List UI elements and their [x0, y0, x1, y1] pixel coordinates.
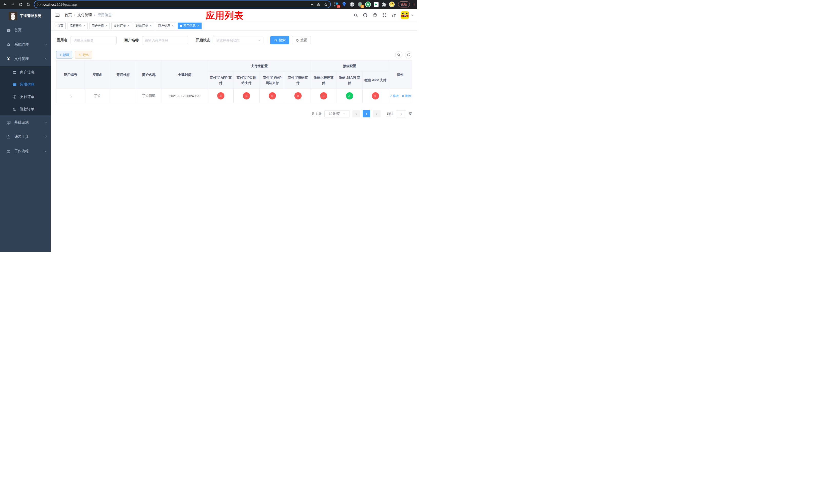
col-merchant: 商户名称 — [136, 61, 162, 89]
close-icon[interactable]: ✕ — [83, 24, 85, 27]
search-icon — [274, 39, 278, 42]
sidebar-collapse-icon[interactable] — [55, 12, 61, 18]
tab-payment-orders[interactable]: 支付订单✕ — [111, 23, 132, 29]
sidebar-item-merchant-info[interactable]: 商户信息 — [0, 66, 51, 78]
app-name-label: 应用名 — [56, 38, 68, 43]
breadcrumb-payment[interactable]: 支付管理 — [78, 13, 92, 18]
sidebar-item-payment-orders[interactable]: 支付订单 — [0, 91, 51, 103]
extensions-puzzle-icon[interactable] — [381, 2, 387, 7]
col-wx-jsapi: 微信 JSAPI 支付 — [336, 71, 363, 89]
col-alipay-app: 支付宝 APP 支付 — [208, 71, 234, 89]
bookmark-star-icon[interactable] — [324, 3, 328, 6]
dashboard-icon — [6, 28, 11, 32]
app-name-input[interactable] — [70, 36, 117, 44]
github-icon[interactable] — [363, 13, 368, 18]
tab-home[interactable]: 首页 — [55, 23, 66, 29]
browser-back-button[interactable] — [2, 1, 8, 7]
password-key-icon[interactable] — [309, 3, 313, 6]
close-icon[interactable]: ✕ — [105, 24, 107, 27]
sidebar-item-dev-tools[interactable]: 研发工具 — [0, 130, 51, 144]
active-dot — [180, 25, 182, 27]
edit-icon — [389, 95, 392, 97]
sidebar-item-system[interactable]: 系统管理 — [0, 38, 51, 52]
browser-update-button[interactable]: 更新 — [398, 1, 410, 7]
reset-button[interactable]: 重置 — [292, 36, 311, 44]
sidebar-item-workflow[interactable]: 工作流程 — [0, 144, 51, 158]
sidebar-item-refund-orders[interactable]: 退款订单 — [0, 103, 51, 115]
trash-icon — [402, 95, 404, 97]
browser-home-button[interactable] — [25, 1, 31, 7]
close-icon[interactable]: ✕ — [172, 24, 174, 27]
col-app-name: 应用名 — [85, 61, 110, 89]
url-text[interactable]: localhost:1024/pay/app — [43, 3, 307, 6]
prev-page-button[interactable] — [352, 110, 360, 117]
sidebar-item-label: 基础设施 — [14, 120, 41, 125]
merchant-name-input[interactable] — [142, 36, 188, 44]
sidebar-item-payment[interactable]: ¥ 支付管理 — [0, 52, 51, 66]
tab-merchant-info[interactable]: 商户信息✕ — [156, 23, 176, 29]
export-button[interactable]: 导出 — [75, 51, 92, 59]
refresh-table-button[interactable] — [405, 51, 412, 59]
page-size-select[interactable]: 10条/页 — [324, 110, 350, 117]
recorder-badge: 1 — [360, 5, 364, 8]
browser-menu-icon[interactable] — [414, 3, 414, 6]
cell-app-name: 芋道 — [85, 89, 110, 103]
app-title: 芋道管理系统 — [20, 14, 41, 18]
merchant-name-label: 商户名称 — [124, 38, 139, 43]
status-select-input[interactable] — [213, 36, 263, 44]
cell-created: 2021-10-23 08:49:25 — [162, 89, 208, 103]
next-page-button[interactable] — [373, 110, 380, 117]
close-icon[interactable]: ✕ — [197, 24, 199, 27]
fullscreen-icon[interactable] — [382, 13, 387, 18]
status-select[interactable] — [213, 36, 263, 44]
alipay-pc-status-icon: × — [243, 92, 250, 99]
close-icon[interactable]: ✕ — [150, 24, 152, 27]
font-size-icon[interactable]: ᴛT — [392, 13, 396, 17]
command-extension-icon[interactable] — [349, 2, 355, 7]
alipay-qr-status-icon: × — [294, 92, 302, 99]
browser-reload-button[interactable] — [18, 1, 24, 7]
user-avatar-menu[interactable] — [401, 11, 413, 19]
share-icon[interactable] — [317, 3, 320, 6]
tab-user-group[interactable]: 用户分组✕ — [89, 23, 110, 29]
sidebar-menu: 首页 系统管理 ¥ 支付管理 — [0, 23, 51, 252]
search-button[interactable]: 搜索 — [270, 36, 289, 44]
refresh-icon — [296, 39, 299, 42]
tab-process-form[interactable]: 流程表单✕ — [67, 23, 88, 29]
tab-refund-orders[interactable]: 退款订单✕ — [134, 23, 154, 29]
sidebar-item-label: 支付管理 — [14, 56, 41, 61]
devtools-extension-icon[interactable]: 10 — [333, 2, 339, 7]
page-unit-label: 页 — [409, 112, 412, 116]
sidebar-item-home[interactable]: 首页 — [0, 23, 51, 38]
profile-avatar-icon[interactable] — [389, 2, 395, 7]
edit-button[interactable]: 修改 — [389, 94, 399, 98]
col-actions: 操作 — [388, 61, 412, 89]
recorder-extension-icon[interactable]: 1 — [357, 2, 363, 7]
close-icon[interactable]: ✕ — [127, 24, 130, 27]
breadcrumb-home[interactable]: 首页 — [65, 13, 72, 18]
browser-forward-button[interactable] — [10, 1, 16, 7]
sidebar-item-label: 支付订单 — [20, 95, 35, 99]
url-bar[interactable]: i localhost:1024/pay/app — [35, 1, 330, 8]
chevron-down-icon — [44, 150, 47, 153]
briefcase-icon — [6, 135, 11, 139]
help-icon[interactable] — [373, 13, 377, 18]
tab-app-info[interactable]: 应用信息✕ — [178, 23, 202, 29]
sidebar-item-app-info[interactable]: 应用信息 — [0, 78, 51, 91]
search-icon[interactable] — [354, 13, 358, 18]
extension-strip: 10 1 更新 — [333, 1, 415, 7]
sidebar-item-label: 系统管理 — [14, 42, 41, 47]
app-logo — [9, 12, 17, 20]
goto-page-input[interactable] — [396, 110, 406, 117]
delete-button[interactable]: 删除 — [402, 94, 411, 98]
sidebar-item-infrastructure[interactable]: 基础设施 — [0, 115, 51, 130]
app-table: 应用编号 应用名 开启状态 商户名称 创建时间 支付宝配置 微信配置 操作 支付… — [56, 60, 412, 103]
page-number-button[interactable]: 1 — [363, 110, 370, 117]
add-button[interactable]: + 新增 — [56, 51, 72, 59]
show-search-button[interactable] — [395, 51, 402, 59]
balloon-extension-icon[interactable] — [341, 2, 347, 7]
grammar-extension-icon[interactable] — [373, 2, 379, 7]
v-extension-icon[interactable] — [365, 2, 371, 7]
site-info-icon[interactable]: i — [37, 3, 41, 6]
col-created: 创建时间 — [162, 61, 208, 89]
